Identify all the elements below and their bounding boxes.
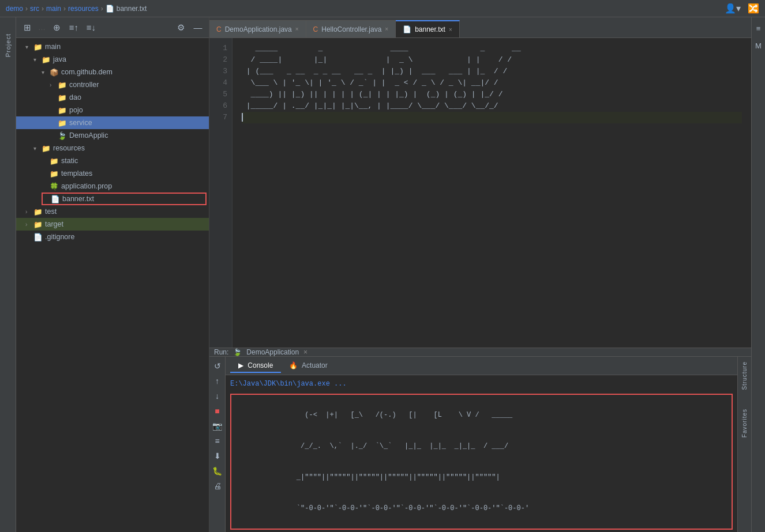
tab-demoapplication[interactable]: C DemoApplication.java ×: [209, 20, 306, 37]
folder-icon-test: 📁: [33, 207, 43, 216]
structure-icon[interactable]: ≡: [752, 22, 765, 35]
tab-close-hello[interactable]: ×: [385, 26, 388, 32]
tab-bannertxt[interactable]: 📄 banner.txt ×: [396, 20, 460, 37]
editor-line-4: \___ \ | '_ \| | '_ \ / _` | | _ < / _ \…: [242, 77, 742, 89]
wrap-btn[interactable]: ≡: [212, 435, 223, 447]
editor-content[interactable]: _____ _ ____ _ __ / ____| |_| | _ \ | | …: [232, 38, 751, 348]
tree-item-resources[interactable]: ▾ 📁 resources: [16, 142, 209, 154]
tree-item-demoapplication[interactable]: 🍃 DemoApplic: [16, 129, 209, 142]
down-btn[interactable]: ↓: [212, 390, 223, 402]
ascii-line-2: /_/_. \,` |._/ `\_` |_|_ |_|_ _|_|_ / __…: [297, 442, 508, 450]
tree-label-bannertxt: banner.txt: [62, 195, 94, 203]
tree-label-controller: controller: [69, 81, 99, 89]
editor-top: C DemoApplication.java × C HelloControll…: [209, 17, 751, 348]
tree-item-dao[interactable]: 📁 dao: [16, 91, 209, 104]
tab-close-demo[interactable]: ×: [295, 26, 299, 32]
breadcrumb-item-src[interactable]: src: [30, 5, 39, 13]
collapse-btn[interactable]: ≡↑: [68, 21, 80, 34]
tree-label-target: target: [45, 220, 63, 228]
prop-icon: 🍀: [50, 182, 59, 191]
breadcrumb-item-demo[interactable]: demo: [6, 5, 23, 13]
console-path: E:\Java\JDK\bin\java.exe ...: [230, 380, 733, 388]
run-app-name[interactable]: DemoApplication: [246, 348, 299, 356]
camera-btn[interactable]: 📷: [212, 420, 223, 432]
tree-item-pojo[interactable]: 📁 pojo: [16, 104, 209, 116]
run-close-btn[interactable]: ×: [303, 348, 308, 356]
tree-item-bannertxt[interactable]: 📄 banner.txt: [42, 193, 207, 205]
console-container: ▶ Console 🔥 Actuator E:\Java\JDK\bin\jav…: [226, 357, 737, 532]
stop-btn[interactable]: ■: [212, 405, 223, 417]
git-push-icon[interactable]: 🔀: [748, 3, 759, 14]
tab-actuator-label: Actuator: [302, 361, 328, 369]
tree-item-static[interactable]: 📁 static: [16, 154, 209, 167]
package-icon: 📦: [50, 68, 59, 77]
minimize-btn[interactable]: —: [192, 21, 204, 34]
editor-area: 1 2 3 4 5 6 7 _____ _ ____ _ __ / ____| …: [209, 38, 751, 348]
run-bar: Run: 🍃 DemoApplication ×: [209, 348, 751, 357]
arrow-static: [42, 158, 50, 164]
console-icon: ▶: [238, 361, 243, 369]
tree-item-controller[interactable]: › 📁 controller: [16, 78, 209, 91]
spring-icon: 🍃: [58, 131, 67, 140]
line-num-4: 4: [209, 77, 227, 89]
expand-btn[interactable]: ≡↓: [85, 21, 97, 34]
breadcrumb-sep-1: ›: [42, 5, 44, 13]
tab-hellocontroller[interactable]: C HelloController.java ×: [306, 20, 396, 37]
editor-line-1: _____ _ ____ _ __: [242, 43, 742, 54]
line-num-3: 3: [209, 66, 227, 77]
far-right-sidebar: ≡ M: [751, 17, 765, 532]
folder-icon-resources: 📁: [42, 144, 51, 153]
console-area[interactable]: E:\Java\JDK\bin\java.exe ... (-< |+| [_\…: [226, 375, 737, 532]
breadcrumb-sep-0: ›: [25, 5, 28, 13]
bottom-panel: Run: 🍃 DemoApplication × ↺ ↑ ↓ ■ 📷 ≡ ⬇ 🐛…: [209, 348, 751, 532]
tab-actuator[interactable]: 🔥 Actuator: [281, 359, 335, 373]
arrow-demoapp: [50, 133, 58, 139]
text-cursor: [242, 113, 243, 122]
arrow-target: ›: [25, 221, 33, 228]
breadcrumb-bar: demo › src › main › resources › 📄 banner…: [0, 0, 765, 17]
add-file-btn[interactable]: ⊕: [50, 21, 63, 34]
tab-close-banner[interactable]: ×: [449, 27, 452, 33]
tree-item-java[interactable]: ▾ 📁 java: [16, 53, 209, 66]
tab-label-banner: banner.txt: [415, 25, 445, 33]
tree-item-gitignore[interactable]: 📄 .gitignore: [16, 231, 209, 243]
tree-item-package[interactable]: ▾ 📦 com.github.dem: [16, 66, 209, 78]
arrow-test: ›: [25, 209, 33, 215]
tree-item-main[interactable]: ▾ 📁 main: [16, 40, 209, 53]
line-num-5: 5: [209, 89, 227, 100]
tree-label-gitignore: .gitignore: [45, 233, 74, 241]
tab-java-icon-demo: C: [216, 25, 222, 33]
right-panel: C DemoApplication.java × C HelloControll…: [209, 17, 751, 532]
folder-icon-java: 📁: [42, 55, 51, 64]
tree-label-test: test: [45, 207, 57, 216]
editor-line-5: ____) || |_) || | | | | (_| | | |_) | (_…: [242, 89, 742, 100]
editor-line-6: |_____/ | .__/ |_|_| |_|\__, | |____/ \_…: [242, 100, 742, 112]
tree-item-templates[interactable]: 📁 templates: [16, 167, 209, 180]
tree-item-service[interactable]: 📁 service: [16, 116, 209, 129]
tree-item-test[interactable]: › 📁 test: [16, 205, 209, 218]
breadcrumb-sep-2: ›: [63, 5, 66, 13]
breadcrumb-item-main[interactable]: main: [46, 5, 61, 13]
refresh-btn[interactable]: ↺: [212, 360, 223, 372]
tab-label-hello: HelloController.java: [321, 25, 381, 33]
print-btn[interactable]: 🖨: [212, 480, 223, 492]
line-num-1: 1: [209, 43, 227, 54]
project-panel: ⊞ … ⊕ ≡↑ ≡↓ ⚙ — ▾ 📁 main ▾ 📁 java: [16, 17, 209, 532]
account-icon[interactable]: 👤▾: [725, 3, 741, 14]
tab-console[interactable]: ▶ Console: [230, 359, 281, 373]
layout-toggle-btn[interactable]: ⊞: [21, 21, 33, 34]
settings-btn[interactable]: ⚙: [174, 21, 187, 34]
breadcrumb-item-resources[interactable]: resources: [68, 5, 99, 13]
tree-item-target[interactable]: › 📁 target: [16, 218, 209, 231]
arrow-main: ▾: [25, 44, 33, 50]
arrow-service: [50, 120, 58, 126]
file-icon: 📄: [106, 5, 114, 13]
arrow-bannertxt: [43, 196, 51, 202]
scroll-end-btn[interactable]: ⬇: [212, 450, 223, 462]
tree-label-dao: dao: [69, 93, 81, 101]
bug-btn[interactable]: 🐛: [212, 465, 223, 477]
arrow-java: ▾: [33, 56, 42, 63]
maven-icon[interactable]: M: [752, 39, 765, 52]
tree-item-approp[interactable]: 🍀 application.prop: [16, 180, 209, 193]
up-btn[interactable]: ↑: [212, 375, 223, 387]
